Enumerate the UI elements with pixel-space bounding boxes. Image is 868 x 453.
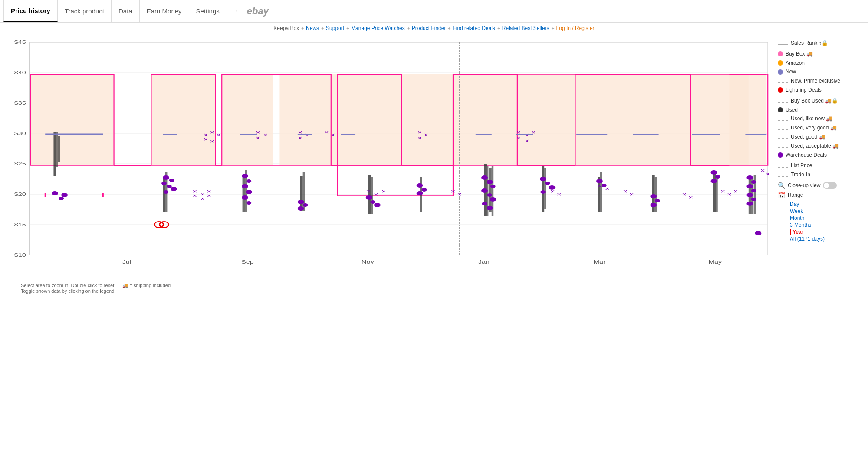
legend-warehouse-deals[interactable]: Warehouse Deals bbox=[778, 152, 865, 159]
range-week[interactable]: Week bbox=[790, 208, 865, 214]
svg-rect-56 bbox=[544, 168, 546, 209]
dot-7: ✦ bbox=[551, 26, 555, 31]
svg-point-89 bbox=[417, 191, 423, 195]
svg-text:×: × bbox=[304, 132, 309, 138]
legend-used-very-good[interactable]: Used, very good 🚚 bbox=[778, 124, 865, 132]
svg-rect-44 bbox=[243, 175, 245, 212]
closeup-view-control: 🔍 Close-up view bbox=[778, 182, 865, 189]
svg-rect-22 bbox=[402, 74, 453, 165]
tab-settings[interactable]: Settings bbox=[189, 0, 227, 22]
svg-point-104 bbox=[650, 194, 657, 198]
svg-point-109 bbox=[710, 179, 717, 183]
legend-amazon-label: Amazon bbox=[786, 60, 805, 67]
svg-point-88 bbox=[421, 188, 427, 192]
buy-box-used-icon bbox=[778, 102, 788, 103]
footer-shipping: 🚚 = shipping included bbox=[122, 283, 171, 288]
svg-point-76 bbox=[246, 179, 251, 183]
legend-used-like-new[interactable]: Used, like new 🚚 bbox=[778, 115, 865, 122]
warehouse-deals-icon bbox=[778, 152, 783, 158]
range-year[interactable]: Year bbox=[790, 229, 865, 235]
subnav-news[interactable]: News bbox=[306, 25, 319, 31]
trade-in-icon bbox=[778, 176, 788, 177]
sales-rank-icon bbox=[778, 44, 788, 45]
subnav-support[interactable]: Support bbox=[326, 25, 344, 31]
svg-text:×: × bbox=[366, 188, 370, 194]
svg-point-83 bbox=[298, 206, 304, 211]
tab-price-history[interactable]: Price history bbox=[3, 0, 58, 22]
nav-arrow: → bbox=[227, 7, 243, 16]
svg-point-99 bbox=[545, 182, 550, 185]
search-icon: 🔍 bbox=[778, 182, 785, 189]
subnav-product-finder[interactable]: Product Finder bbox=[412, 25, 446, 31]
dot-6: ✦ bbox=[497, 26, 500, 31]
subnav-related-best-sellers[interactable]: Related Best Sellers bbox=[502, 25, 549, 31]
svg-text:×: × bbox=[457, 192, 462, 197]
svg-text:Nov: Nov bbox=[362, 259, 374, 265]
used-very-good-icon bbox=[778, 129, 788, 130]
dot-1: ✦ bbox=[301, 26, 304, 31]
tab-earn-money[interactable]: Earn Money bbox=[140, 0, 189, 22]
amazon-icon bbox=[778, 60, 783, 66]
footer-line1: Select area to zoom in. Double-click to … bbox=[21, 283, 115, 288]
legend-new-prime-label: New, Prime exclusive bbox=[791, 77, 840, 85]
svg-point-70 bbox=[169, 179, 174, 182]
legend-sales-rank[interactable]: Sales Rank ↕🔒 bbox=[778, 40, 865, 47]
svg-text:×: × bbox=[331, 132, 335, 138]
svg-point-74 bbox=[164, 190, 169, 194]
svg-text:×: × bbox=[324, 129, 329, 135]
svg-text:×: × bbox=[193, 193, 197, 198]
subnav-manage-price-watches[interactable]: Manage Price Watches bbox=[351, 25, 405, 31]
subnav-login-register[interactable]: Log In / Register bbox=[556, 25, 595, 31]
svg-point-117 bbox=[755, 231, 762, 235]
legend-amazon[interactable]: Amazon bbox=[778, 60, 865, 67]
range-day[interactable]: Day bbox=[790, 201, 865, 207]
legend-used[interactable]: Used bbox=[778, 106, 865, 114]
legend-lightning-deals[interactable]: Lightning Deals bbox=[778, 86, 865, 94]
svg-point-101 bbox=[540, 190, 546, 194]
range-all[interactable]: All (1171 days) bbox=[790, 236, 865, 242]
legend-used-like-new-label: Used, like new 🚚 bbox=[791, 115, 832, 122]
legend-trade-in[interactable]: Trade-In bbox=[778, 171, 865, 179]
svg-point-73 bbox=[171, 187, 177, 191]
legend-buy-box[interactable]: Buy Box 🚚 bbox=[778, 50, 865, 58]
svg-text:×: × bbox=[418, 129, 422, 135]
svg-text:$30: $30 bbox=[14, 131, 26, 136]
legend-new-prime[interactable]: New, Prime exclusive bbox=[778, 77, 865, 85]
svg-point-86 bbox=[374, 203, 381, 207]
svg-text:Jul: Jul bbox=[122, 259, 132, 265]
svg-text:×: × bbox=[204, 136, 208, 142]
svg-text:Sep: Sep bbox=[241, 259, 254, 265]
svg-text:×: × bbox=[210, 129, 214, 135]
range-options: Day Week Month 3 Months Year All (1171 d… bbox=[790, 201, 865, 242]
legend-used-acceptable[interactable]: Used, acceptable 🚚 bbox=[778, 142, 865, 150]
legend-new[interactable]: New bbox=[778, 68, 865, 76]
svg-point-94 bbox=[487, 193, 492, 197]
chart-container[interactable]: $45 $40 $35 $30 $25 $20 $15 $10 bbox=[3, 38, 774, 294]
svg-rect-19 bbox=[222, 74, 273, 165]
svg-text:$10: $10 bbox=[14, 252, 26, 258]
range-3months[interactable]: 3 Months bbox=[790, 222, 865, 228]
tab-data[interactable]: Data bbox=[112, 0, 140, 22]
chart-wrapper: $45 $40 $35 $30 $25 $20 $15 $10 bbox=[3, 38, 774, 281]
legend-list-price[interactable]: List Price bbox=[778, 162, 865, 169]
svg-point-114 bbox=[746, 193, 753, 197]
subnav-find-related-deals[interactable]: Find related Deals bbox=[453, 25, 495, 31]
svg-text:×: × bbox=[516, 135, 521, 141]
legend-buy-box-used[interactable]: Buy Box Used 🚚🔒 bbox=[778, 97, 865, 105]
dot-4: ✦ bbox=[407, 26, 410, 31]
ebay-logo: ebay bbox=[247, 6, 269, 17]
range-month[interactable]: Month bbox=[790, 215, 865, 221]
price-chart[interactable]: $45 $40 $35 $30 $25 $20 $15 $10 bbox=[3, 38, 774, 281]
svg-text:$20: $20 bbox=[14, 192, 26, 197]
dot-2: ✦ bbox=[321, 26, 324, 31]
used-acceptable-icon bbox=[778, 147, 788, 148]
tab-track-product[interactable]: Track product bbox=[58, 0, 112, 22]
closeup-toggle[interactable] bbox=[823, 182, 837, 189]
legend-used-good-label: Used, good 🚚 bbox=[791, 133, 825, 141]
svg-rect-41 bbox=[58, 136, 60, 162]
legend-used-good[interactable]: Used, good 🚚 bbox=[778, 133, 865, 141]
svg-rect-24 bbox=[517, 74, 575, 165]
svg-point-80 bbox=[246, 201, 251, 205]
svg-point-79 bbox=[242, 195, 248, 200]
svg-text:×: × bbox=[418, 135, 422, 141]
